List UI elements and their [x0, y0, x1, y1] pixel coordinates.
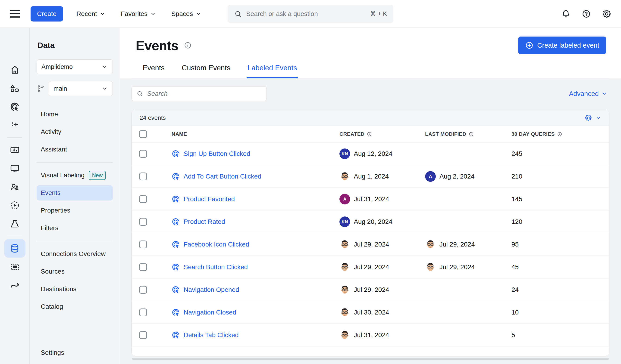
row-checkbox[interactable]: [139, 263, 147, 271]
row-checkbox[interactable]: [139, 150, 147, 158]
rail-item-ai[interactable]: [4, 116, 25, 135]
event-name-link[interactable]: Search Button Clicked: [184, 263, 248, 271]
labeled-event-icon: [172, 285, 180, 294]
chevron-down-icon: [601, 90, 608, 97]
sidebar-item-properties[interactable]: Properties: [36, 203, 113, 218]
sparkles-icon: [10, 120, 20, 130]
project-select[interactable]: Amplidemo: [36, 59, 113, 74]
top-navigation-bar: Create Recent Favorites Spaces ⌘ + K: [0, 0, 621, 28]
global-search-bar[interactable]: ⌘ + K: [228, 5, 393, 23]
event-name-link[interactable]: Product Rated: [184, 218, 225, 225]
event-name-link[interactable]: Product Favorited: [184, 195, 235, 203]
help-icon[interactable]: [582, 9, 591, 18]
row-checkbox[interactable]: [139, 240, 147, 248]
avatar: [339, 307, 350, 318]
row-checkbox[interactable]: [139, 218, 147, 226]
advanced-dropdown[interactable]: Advanced: [569, 90, 608, 98]
menu-recent[interactable]: Recent: [76, 10, 105, 17]
column-30-day-queries: 30 DAY QUERIES: [512, 131, 609, 137]
main-panel: Events Create labeled event Events Custo…: [120, 28, 621, 364]
row-checkbox[interactable]: [139, 331, 147, 339]
hamburger-menu-icon[interactable]: [10, 10, 20, 17]
tab-custom-events[interactable]: Custom Events: [181, 64, 231, 79]
query-count: 10: [512, 309, 609, 316]
avatar: [339, 262, 350, 272]
rail-item-objects[interactable]: [4, 79, 25, 98]
info-icon[interactable]: [367, 132, 372, 137]
global-search-input[interactable]: [246, 10, 366, 17]
notifications-bell-icon[interactable]: [561, 9, 570, 18]
sidebar-item-catalog[interactable]: Catalog: [36, 299, 113, 314]
rail-item-home[interactable]: [4, 61, 25, 79]
app-window: Create Recent Favorites Spaces ⌘ + K: [0, 0, 621, 364]
rail-item-experiment[interactable]: [4, 215, 25, 233]
settings-gear-icon[interactable]: [602, 9, 611, 18]
sidebar-item-activity[interactable]: Activity: [36, 124, 113, 140]
row-checkbox[interactable]: [139, 195, 147, 203]
event-name-link[interactable]: Facebook Icon Clicked: [184, 241, 249, 248]
info-icon[interactable]: [469, 132, 474, 137]
branch-row: main: [36, 81, 113, 96]
horizontal-scrollbar[interactable]: [132, 358, 609, 360]
table-row: Add To Cart Button Clicked Aug 1, 2024 A…: [132, 165, 609, 188]
sidebar-item-events[interactable]: Events: [36, 185, 113, 201]
plus-circle-icon: [525, 41, 534, 49]
labeled-event-icon: [172, 218, 180, 226]
event-name-link[interactable]: Details Tab Clicked: [184, 332, 239, 339]
avatar: [425, 239, 436, 250]
table-row: Product Rated KNAug 20, 2024 120: [132, 210, 609, 233]
event-name-link[interactable]: Sign Up Button Clicked: [184, 150, 250, 158]
create-button[interactable]: Create: [31, 6, 63, 21]
rail-item-visual-tagger[interactable]: [4, 98, 25, 116]
tab-events[interactable]: Events: [142, 64, 166, 79]
sidebar-item-destinations[interactable]: Destinations: [36, 282, 113, 297]
column-settings-dropdown[interactable]: [585, 114, 601, 122]
sidebar-item-assistant[interactable]: Assistant: [36, 142, 113, 157]
event-name-link[interactable]: Navigation Opened: [184, 286, 239, 293]
info-icon[interactable]: [184, 41, 192, 49]
modified-date: Jul 29, 2024: [439, 241, 475, 248]
branch-select[interactable]: main: [49, 81, 113, 96]
rail-item-web[interactable]: [4, 159, 25, 178]
sidebar-item-home[interactable]: Home: [36, 107, 113, 122]
sidebar-item-visual-labeling[interactable]: Visual Labeling New: [36, 168, 113, 183]
tab-labeled-events[interactable]: Labeled Events: [247, 64, 298, 79]
row-checkbox[interactable]: [139, 308, 147, 316]
column-last-modified: LAST MODIFIED: [425, 131, 512, 137]
rail-item-audiences[interactable]: [4, 178, 25, 196]
sidebar-item-connections-overview[interactable]: Connections Overview: [36, 246, 113, 262]
memoji-avatar: [339, 330, 350, 341]
sidebar-item-filters[interactable]: Filters: [36, 220, 113, 236]
rail-item-data-flow[interactable]: [4, 276, 25, 295]
created-date: Jul 31, 2024: [354, 332, 389, 339]
select-all-checkbox[interactable]: [139, 130, 147, 138]
sidebar-item-settings[interactable]: Settings: [36, 345, 113, 360]
sidebar-nav: Home Activity Assistant Visual Labeling …: [36, 107, 113, 317]
events-search-box[interactable]: [132, 86, 267, 101]
chevron-down-icon: [595, 115, 601, 121]
row-checkbox[interactable]: [139, 173, 147, 180]
rail-item-data[interactable]: [4, 239, 25, 258]
rail-item-heatmap[interactable]: [4, 258, 25, 276]
menu-spaces[interactable]: Spaces: [171, 10, 201, 17]
memoji-avatar: [425, 239, 436, 250]
info-icon[interactable]: [557, 132, 562, 137]
event-name-link[interactable]: Navigation Closed: [184, 309, 236, 316]
event-name-link[interactable]: Add To Cart Button Clicked: [184, 173, 261, 180]
rail-item-session-replay[interactable]: [4, 196, 25, 215]
page-title: Events: [136, 38, 178, 53]
data-sidebar: Data Amplidemo main Home Activity Assist…: [30, 28, 120, 364]
column-name: NAME: [172, 131, 339, 137]
play-circle-icon: [10, 200, 20, 210]
menu-recent-label: Recent: [76, 10, 97, 17]
rail-item-dashboards[interactable]: [4, 141, 25, 159]
monitor-icon: [10, 163, 20, 174]
created-date: Jul 29, 2024: [354, 286, 389, 293]
row-checkbox[interactable]: [139, 286, 147, 294]
menu-favorites[interactable]: Favorites: [121, 10, 156, 17]
created-date: Aug 12, 2024: [354, 150, 393, 158]
sidebar-item-sources[interactable]: Sources: [36, 264, 113, 279]
chevron-down-icon: [100, 11, 105, 17]
events-search-input[interactable]: [147, 90, 262, 97]
create-labeled-event-button[interactable]: Create labeled event: [518, 36, 606, 54]
